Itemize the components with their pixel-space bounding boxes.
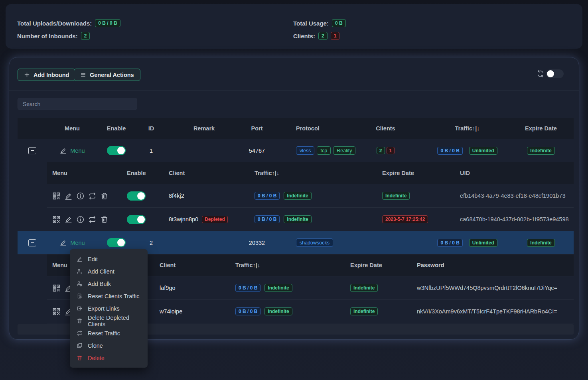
menu-item-label: Clone xyxy=(88,343,103,349)
reset-traffic-icon[interactable] xyxy=(88,192,97,200)
inbound-port: 54767 xyxy=(241,148,273,154)
auto-refresh-toggle[interactable] xyxy=(546,69,564,78)
menu-item-label: Add Client xyxy=(88,268,114,275)
header-password: Password xyxy=(413,262,574,268)
menu-item-label: Add Bulk xyxy=(88,281,111,287)
search-input[interactable] xyxy=(18,98,137,110)
menu-item-export-links[interactable]: Export Links xyxy=(70,302,148,315)
menu-item-delete[interactable]: Delete xyxy=(70,352,148,364)
delete-icon[interactable] xyxy=(100,215,109,224)
protocol-tag: shadowsocks xyxy=(296,238,333,247)
menu-item-reset-traffic[interactable]: Reset Traffic xyxy=(70,327,148,339)
menu-item-add-bulk[interactable]: Add Bulk xyxy=(70,278,148,290)
clients-table-1-header: Menu Enable Client Traffic↑|↓ Expire Dat… xyxy=(47,162,574,184)
toggle-knob xyxy=(137,216,145,223)
header-traffic[interactable]: Traffic↑|↓ xyxy=(251,170,378,176)
expire-badge: Indefinite xyxy=(527,147,554,155)
general-actions-button[interactable]: General Actions xyxy=(74,69,140,81)
refresh-icon[interactable] xyxy=(537,70,545,78)
inbound-menu-button[interactable]: Menu xyxy=(59,147,85,154)
network-tag: tcp xyxy=(317,146,331,155)
menu-item-label: Delete Depleted Clients xyxy=(88,315,141,327)
qr-code-icon[interactable] xyxy=(52,307,61,316)
inbounds-count-value: 2 xyxy=(81,32,90,40)
delete-icon xyxy=(77,355,83,361)
inbound-actions-menu: Edit Add Client Add Bulk Reset Clients T… xyxy=(70,249,148,368)
menu-item-edit[interactable]: Edit xyxy=(70,253,148,265)
stat-total-uploads: Total Uploads/Downloads: 0 B / 0 B xyxy=(17,19,120,27)
qr-code-icon[interactable] xyxy=(52,215,61,224)
total-usage-value: 0 B xyxy=(332,19,346,27)
inbound-enable-toggle[interactable] xyxy=(107,238,126,247)
clients-depleted-count: 1 xyxy=(331,32,340,40)
header-port: Port xyxy=(241,125,273,132)
client-name: 8t3wjnn8p0 xyxy=(169,216,198,222)
client-name: w74ioipe xyxy=(156,308,231,315)
clone-icon xyxy=(77,343,83,348)
header-traffic[interactable]: Traffic↑|↓ xyxy=(231,262,346,268)
menu-item-add-client[interactable]: Add Client xyxy=(70,265,148,278)
header-id: ID xyxy=(135,125,167,132)
stat-number-of-inbounds: Number of Inbounds: 2 xyxy=(17,32,90,40)
traffic-badge: 0 B / 0 B xyxy=(255,215,280,223)
header-client: Client xyxy=(165,170,251,176)
inbound-menu-button[interactable]: Menu xyxy=(59,239,85,246)
edit-icon xyxy=(77,256,83,262)
inbound-1-clients-section: Menu Enable Client Traffic↑|↓ Expire Dat… xyxy=(18,162,574,231)
client-password: nkV/I/3XoAm9v6xMT/T5IcrF4TpeTKF98rHARbRo… xyxy=(413,308,574,315)
client-row: 8f4kj2 0 B / 0 B Indefinite Indefinite e… xyxy=(47,184,574,208)
edit-icon[interactable] xyxy=(64,192,73,200)
minus-icon xyxy=(31,242,34,243)
collapse-row-button[interactable] xyxy=(28,147,36,154)
edit-icon[interactable] xyxy=(64,215,73,224)
add-bulk-icon xyxy=(77,281,83,287)
minus-icon xyxy=(31,150,34,151)
inbounds-table-header: Menu Enable ID Remark Port Protocol Clie… xyxy=(18,118,574,139)
header-menu: Menu xyxy=(47,170,123,176)
inbound-enable-toggle[interactable] xyxy=(107,146,126,155)
menu-item-reset-clients-traffic[interactable]: Reset Clients Traffic xyxy=(70,290,148,302)
menu-item-delete-depleted-clients[interactable]: Delete Depleted Clients xyxy=(70,315,148,327)
stats-card: Total Uploads/Downloads: 0 B / 0 B Numbe… xyxy=(6,4,582,49)
toggle-knob xyxy=(547,70,554,77)
expire-badge: Indefinite xyxy=(350,284,378,292)
info-icon[interactable] xyxy=(76,192,85,200)
client-enable-toggle[interactable] xyxy=(127,191,146,201)
header-remark: Remark xyxy=(167,125,241,132)
stat-clients: Clients: 2 1 xyxy=(293,32,339,40)
menu-item-clone[interactable]: Clone xyxy=(70,339,148,352)
expire-badge: Indefinite xyxy=(527,239,554,247)
header-enable: Enable xyxy=(97,125,135,132)
info-icon[interactable] xyxy=(76,215,85,224)
client-enable-toggle[interactable] xyxy=(127,215,146,224)
add-inbound-button[interactable]: Add Inbound xyxy=(18,69,75,81)
reset-traffic-icon xyxy=(77,330,83,336)
header-protocol: Protocol xyxy=(273,125,345,132)
clients-active-badge: 2 xyxy=(377,147,385,154)
traffic-limit-badge: Indefinite xyxy=(284,192,311,200)
header-traffic[interactable]: Traffic↑|↓ xyxy=(426,125,508,132)
traffic-limit-badge: Indefinite xyxy=(264,307,292,315)
traffic-badge: 0 B / 0 B xyxy=(437,239,462,247)
traffic-limit-badge: Unlimited xyxy=(469,147,497,155)
header-expire-date: Expire Date xyxy=(508,125,574,132)
collapse-row-button[interactable] xyxy=(28,239,36,246)
expire-badge: Indefinite xyxy=(350,307,378,315)
toolbar-divider xyxy=(9,90,579,91)
menu-item-label: Export Links xyxy=(88,305,120,312)
clients-active-count: 2 xyxy=(318,32,328,40)
inbound-port: 20332 xyxy=(241,240,273,246)
expire-badge: 2023-5-7 17:25:42 xyxy=(382,215,428,223)
header-clients: Clients xyxy=(345,125,426,132)
inbound-menu-label: Menu xyxy=(70,148,85,154)
traffic-badge: 0 B / 0 B xyxy=(235,284,260,292)
header-enable: Enable xyxy=(123,170,165,176)
traffic-limit-badge: Indefinite xyxy=(284,215,311,223)
delete-icon[interactable] xyxy=(100,192,109,200)
qr-code-icon[interactable] xyxy=(52,284,61,292)
clients-table-1: Menu Enable Client Traffic↑|↓ Expire Dat… xyxy=(47,162,574,231)
reset-traffic-icon[interactable] xyxy=(88,215,97,224)
qr-code-icon[interactable] xyxy=(52,192,61,200)
traffic-limit-badge: Unlimited xyxy=(469,239,497,247)
nested-spacer xyxy=(18,254,47,323)
